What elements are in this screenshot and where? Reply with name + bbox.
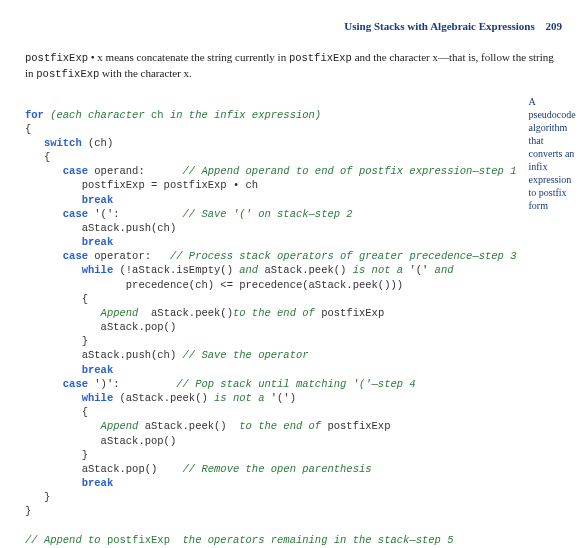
comment: // Process stack operators of greater pr… xyxy=(170,250,517,262)
code-line: aStack.pop() xyxy=(25,463,183,475)
code-text: (aStack.peek() xyxy=(113,392,214,404)
italic-word: and xyxy=(239,264,258,276)
code-text: aStack.peek() xyxy=(258,264,353,276)
page-header: Using Stacks with Algebraic Expressions … xyxy=(25,20,562,32)
keyword-while: while xyxy=(25,392,113,404)
code-text: operand: xyxy=(88,165,183,177)
code-line: postfixExp = postfixExp • ch xyxy=(25,179,258,191)
code-text: aStack.peek() xyxy=(138,420,233,432)
comment: // Pop stack until matching '('—step 4 xyxy=(176,378,415,390)
code-term: postfixExp xyxy=(289,52,352,64)
code-text: '(': xyxy=(88,208,183,220)
brace: } xyxy=(25,491,50,503)
keyword-break: break xyxy=(25,364,113,376)
italic-word: is not a xyxy=(214,392,264,404)
keyword-for: for xyxy=(25,109,44,121)
brace: } xyxy=(25,335,88,347)
comment: // Remove the open parenthesis xyxy=(183,463,372,475)
code-text: postfixExp xyxy=(315,307,384,319)
comment: // Append to xyxy=(25,534,107,546)
comment: // Save '(' on stack—step 2 xyxy=(183,208,353,220)
code-text: operator: xyxy=(88,250,170,262)
brace: { xyxy=(25,123,31,135)
intro-text: with the character x. xyxy=(99,67,192,79)
intro-text: • x means concatenate the string current… xyxy=(88,51,289,63)
code-line: aStack.push(ch) xyxy=(25,349,183,361)
code-line: aStack.push(ch) xyxy=(25,222,176,234)
code-line: aStack.pop() xyxy=(25,321,176,333)
keyword-case: case xyxy=(25,250,88,262)
keyword-case: case xyxy=(25,208,88,220)
comment-code: postfixExp xyxy=(107,534,170,546)
italic-word: Append xyxy=(25,420,138,432)
code-text: aStack.peek() xyxy=(145,307,233,319)
brace: { xyxy=(25,151,50,163)
italic-word: Append xyxy=(25,307,145,319)
italic-word: to the end of xyxy=(233,307,315,319)
code-line: precedence(ch) <= precedence(aStack.peek… xyxy=(25,279,403,291)
keyword-while: while xyxy=(25,264,113,276)
comment: the operators remaining in the stack—ste… xyxy=(170,534,454,546)
code-var: ch xyxy=(151,109,164,121)
brace: } xyxy=(25,449,88,461)
margin-note: A pseudocode algorithm that converts an … xyxy=(529,93,576,212)
italic-word: is not a xyxy=(353,264,403,276)
keyword-switch: switch xyxy=(25,137,82,149)
italic-word: and xyxy=(435,264,454,276)
pseudocode-block: for (each character ch in the infix expr… xyxy=(25,93,517,548)
keyword-break: break xyxy=(25,194,113,206)
code-term: postfixExp xyxy=(36,68,99,80)
code-term: postfixExp xyxy=(25,52,88,64)
code-text: (!aStack.isEmpty() xyxy=(113,264,239,276)
keyword-case: case xyxy=(25,378,88,390)
intro-paragraph: postfixExp • x means concatenate the str… xyxy=(25,50,562,81)
chapter-title: Using Stacks with Algebraic Expressions xyxy=(344,20,535,32)
code-text: postfixExp xyxy=(321,420,390,432)
code-text: in the infix expression) xyxy=(164,109,322,121)
brace: } xyxy=(25,505,31,517)
code-text: '(' xyxy=(403,264,435,276)
italic-word: to the end of xyxy=(233,420,321,432)
keyword-break: break xyxy=(25,236,113,248)
code-line: aStack.pop() xyxy=(25,435,176,447)
keyword-break: break xyxy=(25,477,113,489)
keyword-case: case xyxy=(25,165,88,177)
code-text: ')': xyxy=(88,378,176,390)
code-text: (each character xyxy=(44,109,151,121)
comment: // Append operand to end of postfix expr… xyxy=(183,165,517,177)
brace: { xyxy=(25,406,88,418)
code-text: (ch) xyxy=(82,137,114,149)
brace: { xyxy=(25,293,88,305)
code-text: '(') xyxy=(264,392,296,404)
comment: // Save the operator xyxy=(183,349,309,361)
page-number: 209 xyxy=(546,20,563,32)
